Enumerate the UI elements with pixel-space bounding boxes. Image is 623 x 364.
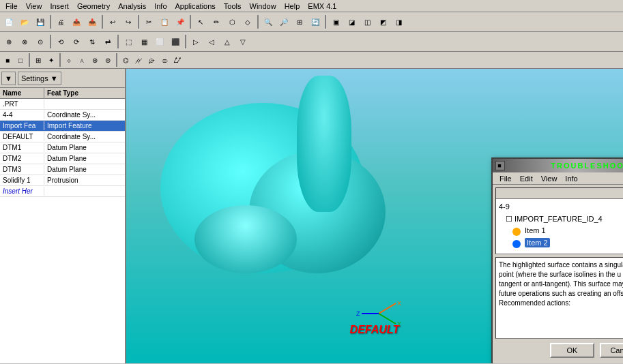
menu-tools[interactable]: Tools (220, 1, 246, 11)
dialog-icon: ■ (495, 161, 505, 170)
settings-btn[interactable]: Settings ▼ (18, 72, 61, 85)
tool4-btn[interactable]: ⟲ (53, 34, 68, 49)
dialog-tree-row-49[interactable]: 4-9 (497, 200, 623, 213)
dialog-message-area: The highlighted surface contains a singu… (495, 257, 623, 339)
3d-viewport[interactable]: DEFAULT X Y Z 野火论坛 www.prowildfire.cn ■ … (126, 69, 623, 363)
t5[interactable]: ⟐ (63, 54, 75, 66)
tool5-btn[interactable]: ⟳ (69, 34, 84, 49)
feature-btn[interactable]: ⬡ (224, 14, 240, 29)
menu-analysis[interactable]: Analysis (114, 1, 150, 11)
redo-btn[interactable]: ↪ (121, 14, 136, 29)
left-panel: ▼ Settings ▼ Name Feat Type .PRT 4-4 Coo… (0, 69, 126, 363)
row-import-checkbox-icon: ☐ (506, 215, 512, 223)
tree-row-dtm1[interactable]: DTM1 Datum Plane (0, 142, 125, 153)
dialog-menu-info[interactable]: Info (561, 174, 581, 183)
t3[interactable]: ⊞ (32, 54, 44, 66)
tool13-btn[interactable]: ◁ (204, 34, 219, 49)
rotate-btn[interactable]: 🔄 (308, 14, 323, 29)
dialog-menu-view[interactable]: View (537, 174, 562, 183)
import-btn[interactable]: 📥 (85, 14, 100, 29)
select-btn[interactable]: ↖ (193, 14, 208, 29)
tool6-btn[interactable]: ⇅ (85, 34, 100, 49)
menu-file[interactable]: File (1, 1, 22, 11)
view4-btn[interactable]: ◩ (375, 14, 390, 29)
tool7-btn[interactable]: ⇄ (100, 34, 115, 49)
tool3-btn[interactable]: ⊙ (33, 34, 48, 49)
dialog-tree-row-import[interactable]: ☐ IMPORT_FEATURE_ID_4 (497, 213, 623, 225)
view1-btn[interactable]: ▣ (328, 14, 343, 29)
zoom-in-btn[interactable]: 🔍 (261, 14, 276, 29)
new-btn[interactable]: 📄 (1, 14, 16, 29)
tree-col1: DTM1 (0, 143, 44, 152)
tree-row-solidify[interactable]: Solidify 1 Protrusion (0, 175, 125, 186)
fit-btn[interactable]: ⊞ (292, 14, 307, 29)
tool9-btn[interactable]: ▦ (136, 34, 151, 49)
dialog-tree-row-item1[interactable]: Item 1 (497, 225, 623, 237)
dialog-tree-row-item2[interactable]: Item 2 (497, 237, 623, 249)
menu-info[interactable]: Info (150, 1, 171, 11)
t10[interactable]: ⌭ (132, 54, 145, 66)
copy-btn[interactable]: 📋 (157, 14, 172, 29)
tree-row-insert[interactable]: Insert Her (0, 186, 125, 197)
sketch-btn[interactable]: ✏ (209, 14, 224, 29)
tree-row-import[interactable]: Import Fea Import Feature (0, 121, 125, 132)
dropdown1-btn[interactable]: ▼ (1, 72, 16, 85)
zoom-out-btn[interactable]: 🔎 (276, 14, 291, 29)
tree-col2: Datum Plane (44, 143, 125, 152)
t12[interactable]: ⌯ (158, 54, 171, 66)
feature-tree: Name Feat Type .PRT 4-4 Coordinate Sy...… (0, 88, 125, 363)
tool15-btn[interactable]: ▽ (235, 34, 250, 49)
t9[interactable]: ⌬ (119, 54, 132, 66)
tool14-btn[interactable]: △ (220, 34, 235, 49)
svg-text:Z: Z (356, 310, 360, 317)
tree-col1: DTM3 (0, 165, 44, 174)
tool2-btn[interactable]: ⊗ (17, 34, 32, 49)
sep8 (117, 35, 119, 48)
svg-text:X: X (397, 300, 401, 307)
menu-geometry[interactable]: Geometry (73, 1, 114, 11)
tool8-btn[interactable]: ⬚ (121, 34, 136, 49)
sep4 (190, 15, 191, 29)
dialog-menu-file[interactable]: File (495, 174, 516, 183)
t1[interactable]: ■ (1, 54, 14, 66)
view5-btn[interactable]: ◨ (391, 14, 406, 29)
save-btn[interactable]: 💾 (33, 14, 48, 29)
menu-window[interactable]: Window (246, 1, 280, 11)
view3-btn[interactable]: ◫ (360, 14, 375, 29)
cut-btn[interactable]: ✂ (141, 14, 156, 29)
tree-row-dtm3[interactable]: DTM3 Datum Plane (0, 164, 125, 175)
t7[interactable]: ⊛ (89, 54, 101, 66)
ok-button[interactable]: OK (550, 343, 594, 358)
dialog-menu-edit[interactable]: Edit (516, 174, 537, 183)
tool1-btn[interactable]: ⊕ (1, 34, 16, 49)
t13[interactable]: ⌰ (171, 54, 184, 66)
open-btn[interactable]: 📂 (17, 14, 32, 29)
menu-insert[interactable]: Insert (46, 1, 73, 11)
tree-row-44[interactable]: 4-4 Coordinate Sy... (0, 110, 125, 121)
t11[interactable]: ⌮ (145, 54, 158, 66)
t2[interactable]: □ (14, 54, 27, 66)
tool10-btn[interactable]: ⬜ (152, 34, 167, 49)
model-shape-3 (194, 205, 297, 273)
t4[interactable]: ✦ (45, 54, 57, 66)
menu-emx[interactable]: EMX 4.1 (304, 1, 341, 11)
tool11-btn[interactable]: ⬛ (168, 34, 183, 49)
tree-row-default[interactable]: DEFAULT Coordinate Sy... (0, 132, 125, 142)
view2-btn[interactable]: ◪ (344, 14, 359, 29)
dialog-tree-area: Note Ignore 4-9 ☐ (495, 187, 623, 254)
export-btn[interactable]: 📤 (69, 14, 84, 29)
row49-label: 4-9 (497, 202, 623, 211)
paste-btn[interactable]: 📌 (173, 14, 188, 29)
t6[interactable]: ⟑ (76, 54, 88, 66)
undo-btn[interactable]: ↩ (105, 14, 120, 29)
tool12-btn[interactable]: ▷ (188, 34, 203, 49)
menu-view[interactable]: View (22, 1, 46, 11)
tree-row-prt[interactable]: .PRT (0, 99, 125, 110)
cancel-button[interactable]: Cancel (600, 343, 623, 358)
print-btn[interactable]: 🖨 (53, 14, 68, 29)
menu-help[interactable]: Help (280, 1, 304, 11)
menu-applications[interactable]: Applications (171, 1, 220, 11)
t8[interactable]: ⊜ (102, 54, 114, 66)
datum-btn[interactable]: ◇ (240, 14, 255, 29)
tree-row-dtm2[interactable]: DTM2 Datum Plane (0, 153, 125, 164)
